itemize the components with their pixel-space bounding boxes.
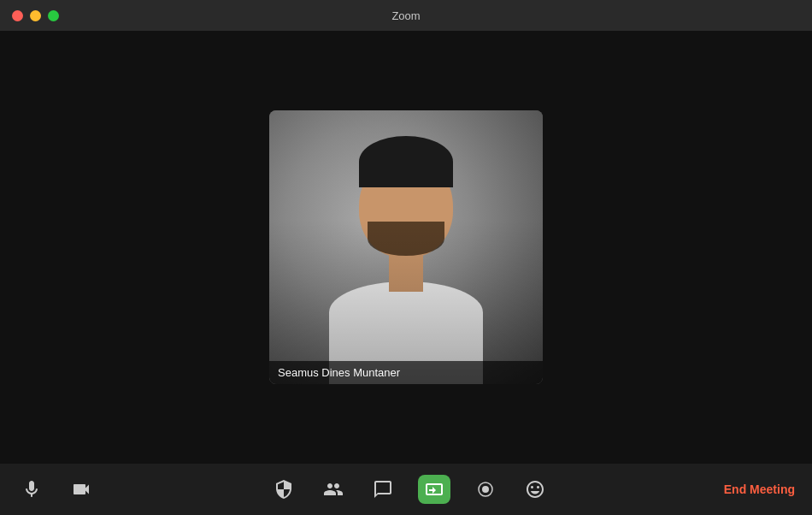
chat-svg <box>373 479 393 500</box>
record-icon <box>474 478 497 500</box>
toolbar-left <box>17 475 96 504</box>
reactions-icon <box>524 478 546 500</box>
window-controls[interactable] <box>12 10 59 21</box>
share-screen-icon <box>423 478 445 500</box>
shadow-overlay <box>269 220 543 384</box>
participants-button[interactable] <box>319 475 348 504</box>
minimize-button[interactable] <box>30 10 41 21</box>
security-svg <box>274 479 294 500</box>
microphone-button[interactable] <box>17 475 46 504</box>
participant-name-label: Seamus Dines Muntaner <box>269 361 543 384</box>
chat-button[interactable] <box>368 475 397 504</box>
toolbar-center <box>96 475 724 504</box>
security-button[interactable] <box>269 475 298 504</box>
participant-video-tile: Seamus Dines Muntaner <box>269 110 543 384</box>
main-content: Seamus Dines Muntaner <box>0 31 812 464</box>
share-screen-button[interactable] <box>418 475 450 504</box>
record-svg <box>475 479 496 500</box>
toolbar-right: End Meeting <box>724 482 795 496</box>
security-icon <box>273 478 295 500</box>
participants-svg <box>323 479 344 500</box>
participants-icon <box>322 478 344 500</box>
record-button[interactable] <box>471 475 500 504</box>
svg-point-1 <box>482 486 489 493</box>
window-title: Zoom <box>391 9 420 22</box>
hair <box>359 136 453 187</box>
title-bar: Zoom <box>0 0 812 31</box>
chat-icon <box>372 478 394 500</box>
reactions-button[interactable] <box>521 475 550 504</box>
camera-icon <box>70 478 92 500</box>
end-meeting-button[interactable]: End Meeting <box>724 482 795 496</box>
maximize-button[interactable] <box>48 10 59 21</box>
camera-button[interactable] <box>67 475 96 504</box>
participant-name-text: Seamus Dines Muntaner <box>278 366 400 379</box>
share-screen-svg <box>424 479 444 500</box>
microphone-icon <box>21 478 43 500</box>
toolbar: End Meeting <box>0 464 812 515</box>
reactions-svg <box>525 479 545 500</box>
camera-svg <box>71 479 91 500</box>
microphone-svg <box>21 479 42 500</box>
close-button[interactable] <box>12 10 23 21</box>
